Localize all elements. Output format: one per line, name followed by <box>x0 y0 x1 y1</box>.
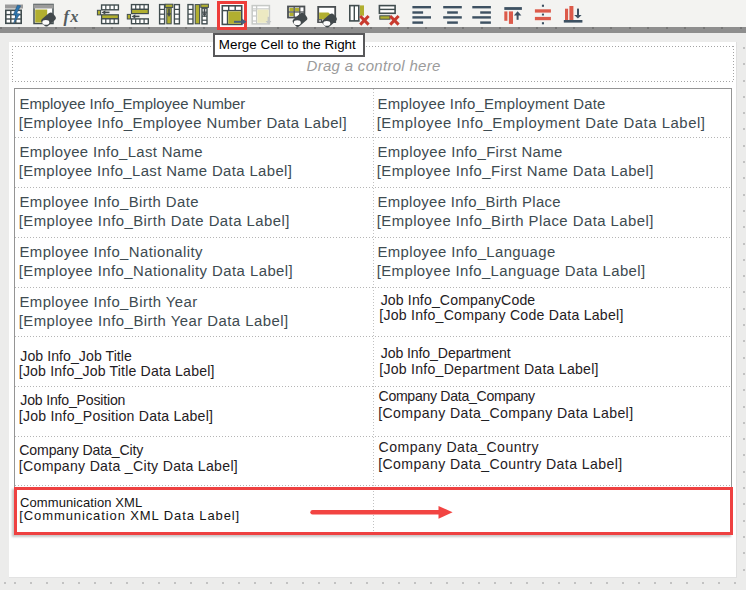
svg-text:fx: fx <box>64 7 80 26</box>
